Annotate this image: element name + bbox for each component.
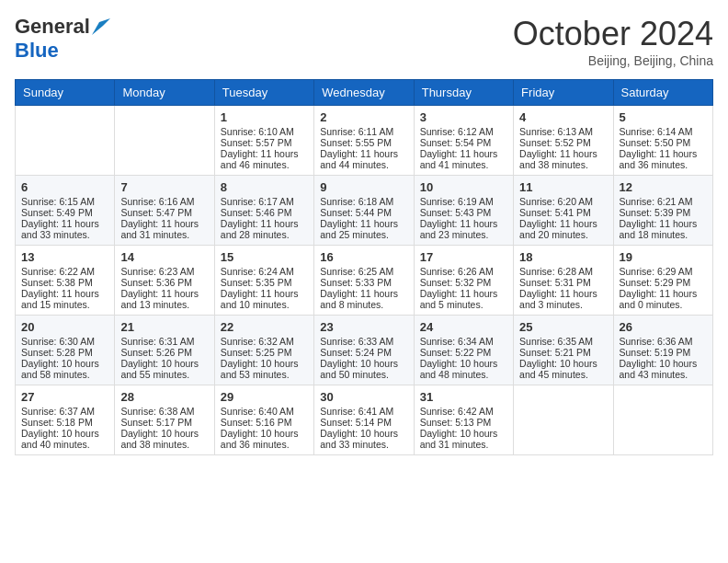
month-title: October 2024 (513, 15, 713, 53)
day-info: Sunrise: 6:42 AM (420, 406, 507, 417)
day-info: Sunset: 5:24 PM (320, 347, 407, 358)
day-number: 10 (420, 180, 507, 194)
day-info: Sunrise: 6:31 AM (120, 336, 208, 347)
day-number: 1 (221, 110, 308, 124)
day-info: Sunrise: 6:24 AM (221, 266, 308, 277)
logo: General Blue (15, 15, 110, 63)
day-number: 9 (320, 180, 407, 194)
table-row: 4Sunrise: 6:13 AMSunset: 5:52 PMDaylight… (514, 106, 613, 176)
day-info: Sunset: 5:55 PM (320, 137, 407, 148)
day-info: Sunrise: 6:35 AM (519, 336, 607, 347)
day-number: 31 (420, 390, 507, 404)
logo-bird-icon (92, 18, 110, 35)
day-number: 6 (21, 180, 108, 194)
day-info: Daylight: 11 hours and 41 minutes. (420, 148, 507, 170)
day-info: Daylight: 10 hours and 40 minutes. (21, 428, 108, 450)
day-info: Sunrise: 6:25 AM (320, 266, 407, 277)
day-info: Sunrise: 6:38 AM (120, 406, 208, 417)
day-info: Daylight: 11 hours and 38 minutes. (519, 148, 607, 170)
table-row: 1Sunrise: 6:10 AMSunset: 5:57 PMDaylight… (214, 106, 313, 176)
day-info: Daylight: 11 hours and 31 minutes. (120, 218, 208, 240)
day-info: Daylight: 11 hours and 0 minutes. (620, 288, 707, 310)
day-info: Sunset: 5:19 PM (620, 347, 707, 358)
day-info: Sunrise: 6:32 AM (221, 336, 308, 347)
day-info: Sunset: 5:36 PM (120, 277, 208, 288)
day-info: Sunrise: 6:36 AM (620, 336, 707, 347)
day-info: Daylight: 11 hours and 36 minutes. (620, 148, 707, 170)
table-row: 27Sunrise: 6:37 AMSunset: 5:18 PMDayligh… (16, 385, 115, 455)
day-number: 3 (420, 110, 507, 124)
table-row: 5Sunrise: 6:14 AMSunset: 5:50 PMDaylight… (613, 106, 712, 176)
table-row: 23Sunrise: 6:33 AMSunset: 5:24 PMDayligh… (314, 316, 414, 385)
table-row: 25Sunrise: 6:35 AMSunset: 5:21 PMDayligh… (514, 316, 613, 385)
table-row: 30Sunrise: 6:41 AMSunset: 5:14 PMDayligh… (314, 385, 414, 455)
table-row: 9Sunrise: 6:18 AMSunset: 5:44 PMDaylight… (314, 176, 414, 246)
day-info: Sunrise: 6:34 AM (420, 336, 507, 347)
calendar-week-row: 6Sunrise: 6:15 AMSunset: 5:49 PMDaylight… (16, 176, 713, 246)
day-info: Sunrise: 6:29 AM (620, 266, 707, 277)
day-info: Sunset: 5:57 PM (221, 137, 308, 148)
table-row (613, 385, 712, 455)
day-info: Sunrise: 6:17 AM (221, 196, 308, 207)
day-number: 29 (221, 390, 308, 404)
day-number: 8 (221, 180, 308, 194)
table-row: 15Sunrise: 6:24 AMSunset: 5:35 PMDayligh… (214, 246, 313, 316)
day-info: Daylight: 11 hours and 5 minutes. (420, 288, 507, 310)
day-info: Sunrise: 6:16 AM (120, 196, 208, 207)
day-info: Sunrise: 6:26 AM (420, 266, 507, 277)
day-info: Sunset: 5:13 PM (420, 417, 507, 428)
day-info: Daylight: 11 hours and 33 minutes. (21, 218, 108, 240)
table-row: 12Sunrise: 6:21 AMSunset: 5:39 PMDayligh… (613, 176, 712, 246)
day-number: 2 (320, 110, 407, 124)
day-info: Daylight: 11 hours and 10 minutes. (221, 288, 308, 310)
table-row: 13Sunrise: 6:22 AMSunset: 5:38 PMDayligh… (16, 246, 115, 316)
day-info: Sunrise: 6:14 AM (620, 126, 707, 137)
day-info: Sunset: 5:14 PM (320, 417, 407, 428)
day-number: 12 (620, 180, 707, 194)
col-tuesday: Tuesday (214, 80, 313, 106)
day-info: Daylight: 11 hours and 46 minutes. (221, 148, 308, 170)
table-row: 8Sunrise: 6:17 AMSunset: 5:46 PMDaylight… (214, 176, 313, 246)
title-area: October 2024 Beijing, Beijing, China (513, 15, 713, 68)
day-info: Sunset: 5:35 PM (221, 277, 308, 288)
day-number: 17 (420, 250, 507, 264)
svg-marker-0 (92, 18, 110, 35)
day-number: 25 (519, 320, 607, 334)
day-number: 28 (120, 390, 208, 404)
day-info: Sunrise: 6:30 AM (21, 336, 108, 347)
table-row: 2Sunrise: 6:11 AMSunset: 5:55 PMDaylight… (314, 106, 414, 176)
table-row: 16Sunrise: 6:25 AMSunset: 5:33 PMDayligh… (314, 246, 414, 316)
day-info: Sunrise: 6:12 AM (420, 126, 507, 137)
day-number: 5 (620, 110, 707, 124)
day-info: Daylight: 10 hours and 38 minutes. (120, 428, 208, 450)
calendar-week-row: 27Sunrise: 6:37 AMSunset: 5:18 PMDayligh… (16, 385, 713, 455)
day-number: 13 (21, 250, 108, 264)
day-info: Sunset: 5:29 PM (620, 277, 707, 288)
col-saturday: Saturday (613, 80, 712, 106)
day-info: Sunset: 5:39 PM (620, 207, 707, 218)
day-info: Daylight: 10 hours and 33 minutes. (320, 428, 407, 450)
table-row: 11Sunrise: 6:20 AMSunset: 5:41 PMDayligh… (514, 176, 613, 246)
day-number: 11 (519, 180, 607, 194)
day-info: Sunset: 5:31 PM (519, 277, 607, 288)
day-info: Daylight: 11 hours and 20 minutes. (519, 218, 607, 240)
col-friday: Friday (514, 80, 613, 106)
table-row (115, 106, 214, 176)
page-header: General Blue October 2024 Beijing, Beiji… (15, 15, 713, 68)
day-info: Daylight: 11 hours and 25 minutes. (320, 218, 407, 240)
day-info: Sunrise: 6:20 AM (519, 196, 607, 207)
day-info: Daylight: 10 hours and 48 minutes. (420, 358, 507, 380)
table-row: 24Sunrise: 6:34 AMSunset: 5:22 PMDayligh… (414, 316, 513, 385)
table-row (16, 106, 115, 176)
table-row: 21Sunrise: 6:31 AMSunset: 5:26 PMDayligh… (115, 316, 214, 385)
table-row: 22Sunrise: 6:32 AMSunset: 5:25 PMDayligh… (214, 316, 313, 385)
table-row: 6Sunrise: 6:15 AMSunset: 5:49 PMDaylight… (16, 176, 115, 246)
day-number: 30 (320, 390, 407, 404)
day-info: Sunrise: 6:33 AM (320, 336, 407, 347)
day-number: 15 (221, 250, 308, 264)
day-info: Sunset: 5:54 PM (420, 137, 507, 148)
day-number: 20 (21, 320, 108, 334)
table-row: 29Sunrise: 6:40 AMSunset: 5:16 PMDayligh… (214, 385, 313, 455)
day-info: Daylight: 10 hours and 31 minutes. (420, 428, 507, 450)
day-info: Sunrise: 6:23 AM (120, 266, 208, 277)
